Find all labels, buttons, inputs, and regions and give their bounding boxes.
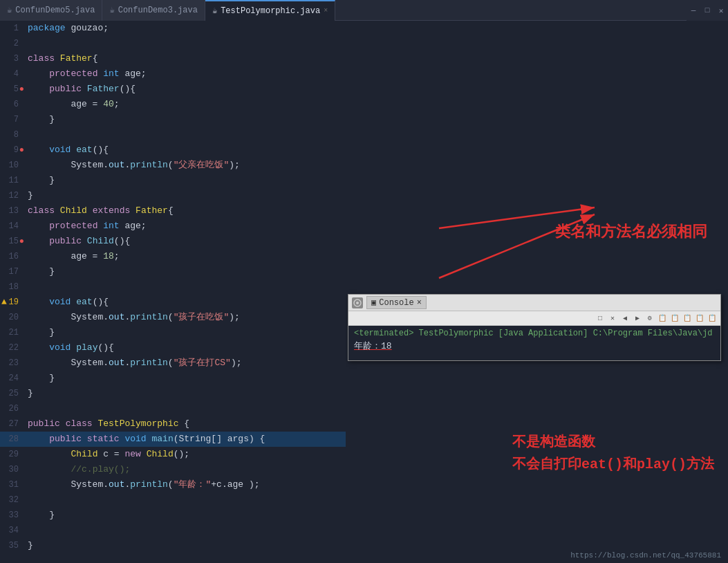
- code-lines: 1 package gouzao; 2 3 class Father{ 4 pr…: [0, 21, 346, 553]
- table-row: 27 public class TestPolymorphic {: [0, 416, 346, 432]
- console-tool-copy1[interactable]: 📋: [657, 313, 668, 324]
- code-editor[interactable]: 1 package gouzao; 2 3 class Father{ 4 pr…: [0, 21, 346, 563]
- table-row: 19 ▲ void eat(){: [0, 295, 346, 310]
- table-row: 14 protected int age;: [0, 219, 346, 234]
- table-row: 29 Child c = new Child();: [0, 447, 346, 462]
- console-title-bar: ▣ Console ×: [348, 295, 720, 311]
- annotation-bottom-line2: 不会自打印eat()和play()方法: [512, 454, 714, 473]
- line-number: 35: [0, 538, 24, 553]
- line-number: 23: [0, 356, 24, 371]
- line-number: 21: [0, 325, 24, 340]
- console-app-icon: [352, 297, 363, 308]
- table-row: 9 void eat(){: [0, 142, 346, 158]
- line-content: }: [24, 371, 346, 386]
- line-number: 34: [0, 523, 24, 538]
- line-number: 18: [0, 279, 24, 295]
- console-tab-icon: ▣: [371, 297, 376, 308]
- console-tool-forward[interactable]: ▶: [632, 313, 643, 324]
- line-number: 12: [0, 188, 24, 203]
- table-row: 8: [0, 127, 346, 142]
- line-number: 27: [0, 416, 24, 432]
- table-row: 3 class Father{: [0, 51, 346, 66]
- tab-testpolymorphic[interactable]: ☕ TestPolymorphic.java ×: [205, 0, 335, 21]
- line-content: public Father(){: [24, 82, 346, 97]
- console-tool-settings[interactable]: ⚙: [644, 313, 655, 324]
- line-number: 5: [0, 82, 24, 97]
- line-content: package gouzao;: [24, 21, 346, 36]
- console-tool-copy2[interactable]: 📋: [669, 313, 680, 324]
- tab-confundemo5[interactable]: ☕ ConfunDemo5.java: [0, 0, 102, 21]
- console-tool-minimize[interactable]: □: [595, 313, 606, 324]
- line-content: System.out.println("孩子在吃饭");: [24, 310, 346, 325]
- console-output: 年龄：18: [354, 340, 715, 352]
- table-row: 6 age = 40;: [0, 97, 346, 112]
- line-number: 4: [0, 66, 24, 82]
- console-tool-copy5[interactable]: 📋: [707, 313, 718, 324]
- line-content: age = 40;: [24, 97, 346, 112]
- console-content: <terminated> TestPolymorphic [Java Appli…: [348, 326, 720, 360]
- table-row: 5 public Father(){: [0, 82, 346, 97]
- line-content: }: [24, 112, 346, 127]
- line-number: 24: [0, 371, 24, 386]
- table-row: 11 }: [0, 173, 346, 188]
- tab-close-icon[interactable]: ×: [324, 7, 328, 15]
- line-number: 22: [0, 340, 24, 356]
- line-content: }: [24, 264, 346, 279]
- line-content: //c.play();: [24, 462, 346, 477]
- table-row: 1 package gouzao;: [0, 21, 346, 36]
- line-content: }: [24, 173, 346, 188]
- line-content: }: [24, 325, 346, 340]
- console-tool-copy4[interactable]: 📋: [694, 313, 705, 324]
- line-number: 28: [0, 432, 24, 447]
- minimize-button[interactable]: —: [687, 3, 700, 17]
- console-tool-copy3[interactable]: 📋: [682, 313, 693, 324]
- table-row: 21 }: [0, 325, 346, 340]
- annotation-bottom-line1: 不是构造函数: [512, 432, 714, 451]
- line-content: void eat(){: [24, 142, 346, 158]
- tab-icon-1: ☕: [7, 5, 12, 15]
- line-number: 8: [0, 127, 24, 142]
- line-number: 25: [0, 386, 24, 401]
- tab-label-1: ConfunDemo5.java: [15, 6, 95, 15]
- line-content: }: [24, 386, 346, 401]
- annotation-main-text: 类名和方法名必须相同: [555, 221, 707, 242]
- line-number: 3: [0, 51, 24, 66]
- line-number: 7: [0, 112, 24, 127]
- console-tab[interactable]: ▣ Console ×: [366, 296, 427, 309]
- gear-icon: [353, 298, 362, 308]
- watermark: https://blog.csdn.net/qq_43765881: [570, 551, 721, 560]
- console-terminated-text: <terminated> TestPolymorphic [Java Appli…: [354, 329, 715, 338]
- line-number: 13: [0, 203, 24, 219]
- close-button[interactable]: ✕: [714, 3, 728, 17]
- line-content: protected int age;: [24, 219, 346, 234]
- line-number: 11: [0, 173, 24, 188]
- table-row: 18: [0, 279, 346, 295]
- table-row: 30 //c.play();: [0, 462, 346, 477]
- terminated-label: <terminated> TestPolymorphic [Java Appli…: [354, 329, 712, 338]
- table-row: 15 public Child(){: [0, 234, 346, 249]
- line-number: 30: [0, 462, 24, 477]
- table-row: 20 System.out.println("孩子在吃饭");: [0, 310, 346, 325]
- table-row: 24 }: [0, 371, 346, 386]
- console-tool-close[interactable]: ✕: [607, 313, 618, 324]
- console-tool-back[interactable]: ◀: [619, 313, 631, 324]
- line-number: 33: [0, 508, 24, 523]
- tab-label-3: TestPolymorphic.java: [221, 6, 320, 16]
- console-output-value: 年龄：18: [354, 341, 392, 351]
- table-row: 22 void play(){: [0, 340, 346, 356]
- maximize-button[interactable]: □: [700, 3, 714, 17]
- console-tab-close[interactable]: ×: [417, 298, 422, 308]
- line-number: 16: [0, 249, 24, 264]
- warning-icon: ▲: [0, 295, 8, 310]
- line-number: 32: [0, 492, 24, 508]
- line-content: System.out.println("父亲在吃饭");: [24, 158, 346, 173]
- table-row: 17 }: [0, 264, 346, 279]
- arrows-svg: [346, 21, 728, 563]
- table-row: 25 }: [0, 386, 346, 401]
- line-content: Child c = new Child();: [24, 447, 346, 462]
- table-row: 31 System.out.println("年龄："+c.age );: [0, 477, 346, 492]
- line-content: }: [24, 508, 346, 523]
- tab-confundemo3[interactable]: ☕ ConfunDemo3.java: [102, 0, 205, 21]
- tab-icon-2: ☕: [109, 5, 114, 15]
- line-number: 6: [0, 97, 24, 112]
